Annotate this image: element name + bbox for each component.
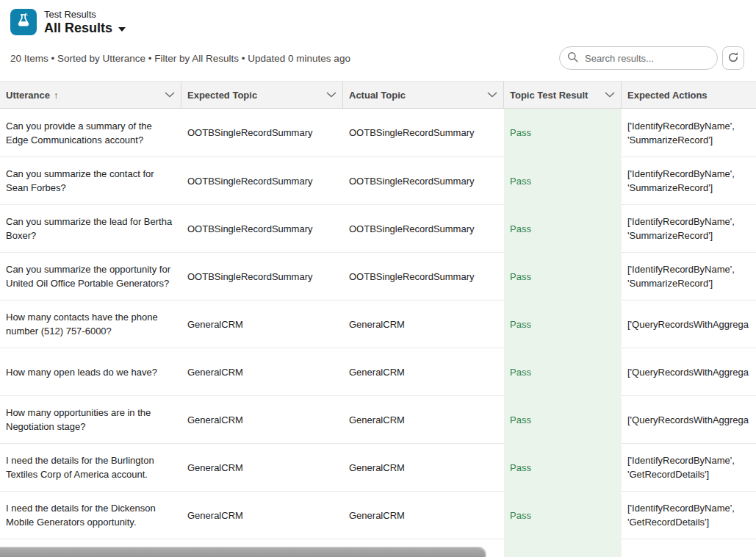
cell-utterance: How many contacts have the phone number … [0,300,181,348]
cell-text: How many opportunities are in the Negoti… [6,406,176,434]
cell-text: OOTBSingleRecordSummary [187,222,313,236]
table-row[interactable]: How many contacts have the phone number … [0,300,756,348]
cell-text: ['QueryRecordsWithAggrega [627,365,749,379]
search-icon [567,51,578,65]
cell-expected-topic: GeneralCRM [181,300,343,348]
cell-text: GeneralCRM [187,365,243,379]
table-body: Can you provide a summary of the Edge Co… [0,109,756,557]
cell-text: Can you summarize the contact for Sean F… [6,167,176,195]
cell-utterance: Can you summarize the opportunity for Un… [0,252,181,300]
chevron-down-icon[interactable] [160,92,175,98]
flask-icon [15,12,32,32]
column-header-actual-topic[interactable]: Actual Topic [343,82,504,108]
cell-result: Pass [504,157,622,204]
cell-result: Pass [504,491,622,539]
status-badge: Pass [510,509,531,522]
cell-text: GeneralCRM [349,317,405,331]
cell-expected-topic: OOTBSingleRecordSummary [181,252,343,300]
status-badge: Pass [510,270,531,284]
table-row[interactable]: Can you provide a summary of the Edge Co… [0,109,756,157]
table-row[interactable]: I need the details for the Dickenson Mob… [0,491,756,539]
status-badge: Pass [510,317,531,331]
list-view-selector[interactable]: All Results [44,21,126,36]
cell-text: GeneralCRM [349,461,405,475]
cell-text: OOTBSingleRecordSummary [349,222,475,236]
cell-result: Pass [504,109,622,157]
cell-result: Pass [504,443,622,491]
test-results-page: Test Results All Results 20 Items • Sort… [0,0,756,557]
chevron-down-icon[interactable] [483,92,497,98]
cell-text: GeneralCRM [187,413,243,427]
table-row[interactable]: Can you summarize the lead for Bertha Bo… [0,204,756,252]
cell-utterance: I need the details for the Burlington Te… [0,443,181,491]
cell-text: ['IdentifyRecordByName', 'GetRecordDetai… [627,453,756,481]
cell-text: Can you summarize the lead for Bertha Bo… [6,215,176,242]
cell-actual-topic: GeneralCRM [343,348,504,395]
cell-expected-actions: ['IdentifyRecordByName', 'GetRecordDetai… [622,443,756,491]
chevron-down-icon[interactable] [322,92,336,98]
cell-text: OOTBSingleRecordSummary [187,126,313,140]
cell-actual-topic: GeneralCRM [343,300,504,348]
cell-utterance: I need the details for the Dickenson Mob… [0,491,181,539]
cell-text: How many contacts have the phone number … [6,310,176,338]
toolbar-actions [559,46,744,70]
column-label: Expected Topic [187,90,257,101]
page-header: Test Results All Results [0,0,756,35]
chevron-down-icon[interactable] [600,92,615,98]
column-label: Actual Topic [349,90,406,101]
cell-text: OOTBSingleRecordSummary [187,174,313,188]
cell-actual-topic: OOTBSingleRecordSummary [343,252,504,300]
cell-utterance: Can you summarize the lead for Bertha Bo… [0,204,181,252]
cell-text: Can you summarize the opportunity for Un… [6,262,176,290]
column-header-utterance[interactable]: Utterance↑ [0,82,181,108]
cell-text: ['IdentifyRecordByName', 'SummarizeRecor… [627,119,756,147]
cell-actual-topic: GeneralCRM [343,443,504,491]
cell-result: Pass [504,348,622,395]
cell-actual-topic: OOTBSingleRecordSummary [343,204,504,252]
cell-expected-actions: ['IdentifyRecordByName', 'SummarizeRecor… [622,252,756,300]
cell-result: Pass [504,300,622,348]
table-row[interactable]: Can you summarize the opportunity for Un… [0,252,756,300]
cell-expected-actions: ['IdentifyRecordByName', 'SummarizeRecor… [622,204,756,252]
cell-text: GeneralCRM [187,509,243,522]
object-label: Test Results [44,9,126,21]
cell-text: GeneralCRM [187,461,243,475]
list-toolbar: 20 Items • Sorted by Utterance • Filter … [0,35,756,81]
cell-text: I need the details for the Burlington Te… [6,453,176,481]
cell-expected-topic: GeneralCRM [181,491,343,539]
cell-text: ['QueryRecordsWithAggrega [627,317,749,331]
cell-text: GeneralCRM [187,317,243,331]
table-row[interactable]: Can you summarize the contact for Sean F… [0,157,756,204]
cell-actual-topic: OOTBSingleRecordSummary [343,157,504,204]
refresh-button[interactable] [722,46,744,70]
status-badge: Pass [510,413,531,427]
status-badge: Pass [510,461,531,475]
horizontal-scrollbar-thumb[interactable] [0,547,486,557]
column-header-expected-actions[interactable]: Expected Actions [622,82,756,108]
cell-actual-topic: GeneralCRM [343,491,504,539]
cell-actual-topic: GeneralCRM [343,395,504,443]
cell-text: ['IdentifyRecordByName', 'SummarizeRecor… [627,167,756,195]
cell-utterance: How many open leads do we have? [0,348,181,395]
cell-expected-topic: OOTBSingleRecordSummary [181,157,343,204]
results-table: Utterance↑Expected TopicActual TopicTopi… [0,81,756,557]
search-input[interactable] [583,52,710,65]
cell-text: I need the details for the Dickenson Mob… [6,501,176,529]
cell-text: GeneralCRM [349,365,405,379]
search-box[interactable] [559,46,718,70]
list-view-label: All Results [44,21,112,36]
cell-expected-topic: GeneralCRM [181,395,343,443]
status-badge: Pass [510,365,531,379]
cell-expected-actions: ['IdentifyRecordByName' [622,539,756,557]
cell-text: How many open leads do we have? [6,365,157,379]
cell-expected-actions: ['IdentifyRecordByName', 'GetRecordDetai… [622,491,756,539]
column-header-expected-topic[interactable]: Expected Topic [181,82,343,108]
table-row[interactable]: How many open leads do we have?GeneralCR… [0,348,756,395]
status-badge: Pass [510,174,531,188]
cell-text: OOTBSingleRecordSummary [187,270,313,284]
table-row[interactable]: How many opportunities are in the Negoti… [0,395,756,443]
test-results-app-icon [10,9,37,35]
cell-actual-topic: OOTBSingleRecordSummary [343,109,504,157]
table-row[interactable]: I need the details for the Burlington Te… [0,443,756,491]
column-header-topic-test-result[interactable]: Topic Test Result [504,82,622,108]
